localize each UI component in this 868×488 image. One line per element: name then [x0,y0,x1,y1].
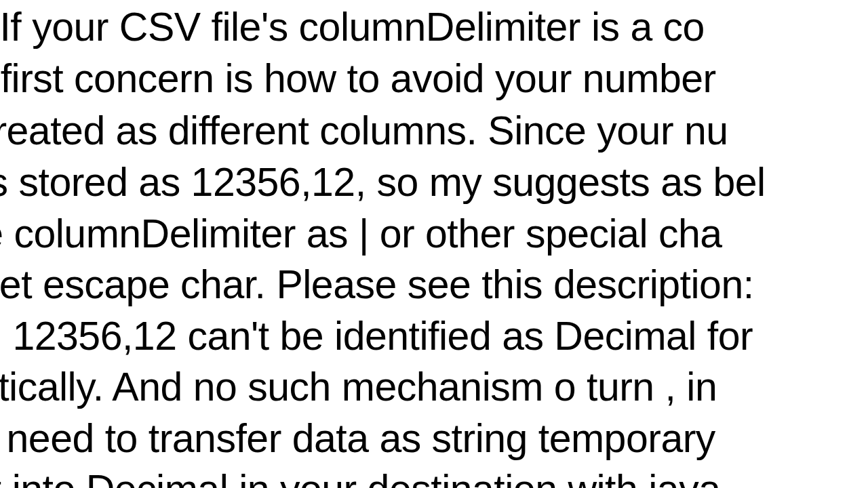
text-line-4: is stored as 12356,12, so my suggests as… [0,157,766,208]
text-line-9: you need to transfer data as string temp… [0,413,715,464]
text-line-7: on, 12356,12 can't be identified as Deci… [0,310,753,362]
text-line-3: be treated as different columns. Since y… [0,105,728,157]
text-line-8: tomatically. And no such mechanism o tur… [0,361,717,413]
text-line-1: er 1: If your CSV file's columnDelimiter… [0,1,705,53]
text-line-5: the columnDelimiter as | or other specia… [0,208,722,260]
text-line-2: your first concern is how to avoid your … [0,53,716,104]
text-line-6: Set escape char. Please see this descrip… [0,259,754,310]
text-line-10: ert it into Decimal in your destination … [0,464,720,488]
